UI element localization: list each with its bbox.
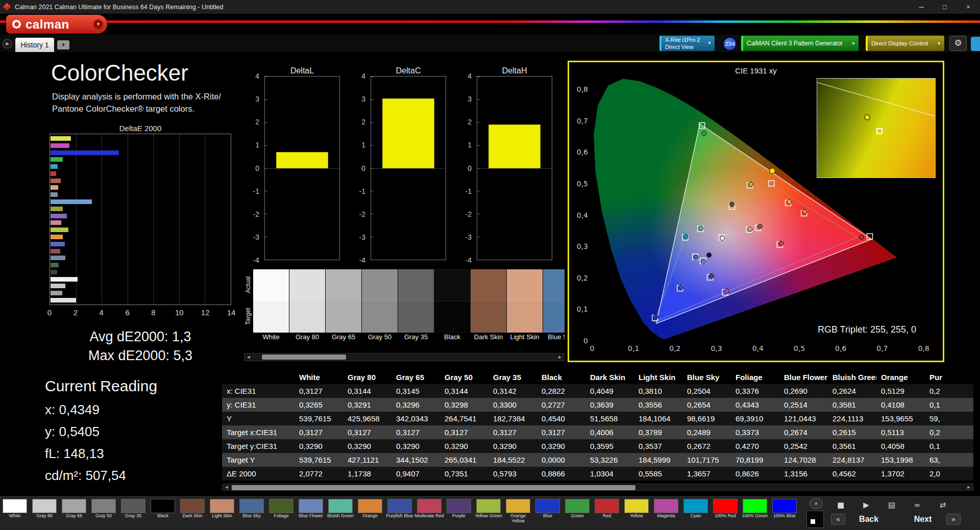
palette-swatch[interactable]: 100% Red (710, 497, 740, 530)
add-tab-button[interactable]: + (57, 40, 69, 49)
table-cell: 124,7028 (779, 453, 828, 467)
page-title: ColorChecker (51, 60, 188, 86)
swatch-patch[interactable]: White (253, 269, 289, 342)
calman-menu-button[interactable]: calman ▾ (6, 15, 107, 34)
palette-swatch[interactable]: Red (592, 497, 622, 530)
table-cell: 98,6619 (682, 412, 731, 425)
table-scrollbar[interactable]: ◄ ► (222, 484, 973, 491)
palette-swatch[interactable]: Moderate Red (414, 497, 444, 530)
axis-tick-label: 0,2 (577, 274, 588, 282)
axis-tick-label: 10 (175, 308, 184, 317)
scrollbar-thumb[interactable] (232, 485, 635, 490)
table-cell: 0,3581 (828, 398, 876, 412)
swatch-patch[interactable]: Gray 65 (326, 269, 361, 342)
pattern-generator-dropdown[interactable]: CalMAN Client 3 Pattern Generator ▼ (741, 36, 859, 51)
swatch-patch[interactable]: Gray 35 (398, 269, 434, 342)
axis-tick-label: -4 (253, 256, 259, 264)
table-cell: 0,3376 (731, 384, 779, 398)
scroll-right-icon[interactable]: ► (965, 485, 973, 490)
deltae-bar (51, 242, 65, 246)
palette-swatch[interactable]: Cyan (681, 497, 710, 530)
maximize-button[interactable]: □ (933, 0, 957, 14)
palette-swatch[interactable]: Dark Skin (178, 497, 207, 530)
palette-swatch[interactable]: 100% Green (740, 497, 770, 530)
scrollbar-track[interactable] (253, 354, 556, 361)
minimize-button[interactable]: ─ (910, 0, 933, 14)
swatch-label: White (253, 333, 289, 342)
palette-swatch[interactable]: 100% Blue (770, 497, 799, 530)
palette-swatch[interactable]: Green (562, 497, 592, 530)
prev-pattern-button[interactable]: « (831, 514, 845, 525)
settings-gear-button[interactable]: ⚙ (949, 36, 967, 51)
link-button[interactable]: ∞ (908, 499, 927, 511)
palette-swatch[interactable]: Orange Yellow (503, 497, 533, 530)
palette-swatch[interactable]: Light Skin (207, 497, 237, 530)
display-control-dropdown[interactable]: Direct Display Control ▼ (866, 36, 944, 51)
save-button[interactable]: ▤ (882, 499, 901, 511)
palette-swatch[interactable]: Black (148, 497, 178, 530)
table-cell: 1,0304 (585, 467, 634, 481)
axis-tick-label: -4 (359, 256, 365, 264)
palette-swatch[interactable]: Gray 80 (30, 497, 59, 530)
palette-swatch[interactable]: Blue (533, 497, 562, 530)
table-cell: 427,1121 (343, 453, 391, 467)
palette-swatch-color (328, 499, 353, 513)
chart-bar (382, 98, 434, 168)
sync-button[interactable]: ⇄ (933, 499, 952, 511)
palette-swatch[interactable]: Gray 65 (59, 497, 89, 530)
swatch-patch[interactable]: Gray 50 (362, 269, 398, 342)
play-button[interactable]: ▶ (856, 499, 876, 511)
palette-swatch[interactable]: Yellow (622, 497, 651, 530)
stop-button[interactable]: ■ (831, 499, 850, 511)
scroll-left-icon[interactable]: ◄ (223, 485, 231, 490)
palette-swatch[interactable]: Gray 35 (118, 497, 148, 530)
palette-swatch[interactable]: Magenta (651, 497, 681, 530)
deltae-bar (51, 164, 58, 169)
table-cell: 0,3810 (634, 384, 682, 398)
scrollbar-thumb[interactable] (262, 355, 346, 360)
palette-swatch[interactable]: Foliage (266, 497, 296, 530)
next-pattern-button[interactable]: » (946, 514, 961, 525)
palette-swatch[interactable]: Orange (355, 497, 385, 530)
swatch-patch[interactable]: Black (434, 269, 470, 342)
close-button[interactable]: × (957, 0, 980, 14)
partial-control[interactable] (971, 37, 980, 51)
cie-measured-point (802, 209, 807, 214)
scrollbar-track[interactable] (231, 484, 965, 490)
deltae-bar (51, 171, 56, 176)
expand-panel-button[interactable]: ∧ (810, 498, 823, 509)
swatch-strip-scrollbar[interactable]: ◄ ► (244, 353, 565, 361)
table-cell: 0,2727 (537, 398, 585, 412)
table-cell: 0,3127 (295, 384, 343, 398)
axis-tick (265, 260, 267, 260)
palette-swatch[interactable]: Bluish Green (326, 497, 355, 530)
scroll-right-icon[interactable]: ► (556, 355, 564, 360)
table-cell: 0,5113 (876, 425, 925, 439)
next-button[interactable]: Next (899, 515, 946, 524)
swatch-patch[interactable]: Dark Skin (471, 269, 506, 342)
table-cell: 0,5585 (634, 467, 682, 481)
table-row-label: Y (222, 412, 295, 425)
tab-history-1[interactable]: History 1 (15, 38, 54, 52)
palette-swatch[interactable]: Yellow Green (474, 497, 503, 530)
tab-nav-icon[interactable]: ▶ (3, 39, 12, 48)
swatch-patch[interactable]: Gray 80 (289, 269, 325, 342)
palette-swatch[interactable]: Blue Flower (296, 497, 326, 530)
swatch-patch[interactable]: Light Skin (507, 269, 543, 342)
deltae-bar (51, 249, 60, 254)
palette-swatch[interactable]: Gray 50 (89, 497, 118, 530)
scroll-left-icon[interactable]: ◄ (244, 355, 253, 360)
pattern-window-preview[interactable] (806, 511, 824, 528)
palette-swatch[interactable]: Blue Sky (237, 497, 266, 530)
palette-swatch[interactable]: Purplish Blue (385, 497, 414, 530)
meter-dropdown[interactable]: X-Rite i1Pro 2 Direct View ▼ (659, 36, 715, 51)
back-button[interactable]: Back (845, 515, 892, 524)
palette-swatch[interactable]: White (0, 497, 30, 530)
cie-measured-point (707, 253, 712, 258)
palette-swatch-label: Green (562, 514, 592, 519)
swatch-patch[interactable]: Blue Sky (543, 269, 565, 342)
pattern-palette: WhiteGray 80Gray 65Gray 50Gray 35BlackDa… (0, 497, 802, 530)
table-cell: 0,3144 (440, 384, 488, 398)
palette-swatch[interactable]: Purple (444, 497, 474, 530)
table-cell: 0,2615 (828, 425, 876, 439)
